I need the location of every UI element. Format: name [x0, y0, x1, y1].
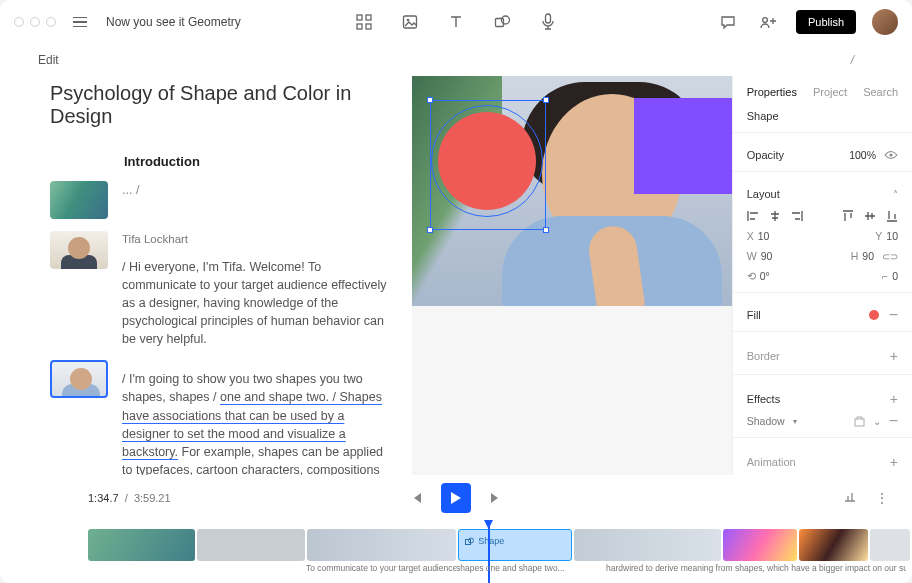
fill-label: Fill — [747, 309, 761, 321]
rotate-icon: ⟲ — [747, 270, 756, 282]
shape-circle-selected[interactable] — [438, 112, 536, 210]
effect-settings-icon[interactable] — [854, 416, 865, 427]
add-animation-icon[interactable]: + — [890, 454, 898, 470]
shape-section: Shape — [733, 108, 912, 132]
time-current: 1:34.7 — [88, 492, 119, 504]
section-heading: Introduction — [50, 154, 388, 169]
clip-thumb-selected[interactable] — [50, 360, 108, 398]
add-border-icon[interactable]: + — [890, 348, 898, 364]
timeline-settings-icon[interactable] — [843, 490, 857, 506]
y-input[interactable]: 10 — [886, 230, 898, 242]
remove-fill-icon[interactable]: − — [889, 311, 898, 319]
timeline-clip[interactable] — [870, 529, 910, 561]
timeline-clip[interactable] — [723, 529, 797, 561]
corner-input[interactable]: 0 — [892, 270, 898, 282]
tab-properties[interactable]: Properties — [747, 86, 797, 98]
timeline-clip[interactable] — [307, 529, 456, 561]
image-icon[interactable] — [398, 10, 422, 34]
tab-project[interactable]: Project — [813, 86, 847, 98]
chevron-up-icon[interactable]: ˄ — [893, 189, 898, 200]
slash-command-hint[interactable]: / — [851, 53, 854, 67]
traffic-max[interactable] — [46, 17, 56, 27]
layout-label: Layout — [747, 188, 780, 200]
edit-bar: Edit / — [0, 44, 912, 76]
speaker-name: Tifa Lockhart — [122, 231, 388, 248]
cursor-marker: ... / — [122, 183, 139, 197]
edit-label[interactable]: Edit — [38, 53, 59, 67]
layout-section: Layout ˄ X10 Y10 W90 — [733, 171, 912, 292]
canvas[interactable] — [412, 76, 732, 306]
align-left-icon[interactable] — [747, 210, 759, 222]
clip-thumb[interactable] — [50, 231, 108, 269]
menu-icon[interactable] — [68, 10, 92, 34]
timeline-clip-selected[interactable]: Shape — [458, 529, 571, 561]
svg-point-7 — [501, 16, 509, 24]
playhead[interactable] — [488, 521, 490, 583]
svg-point-5 — [407, 19, 410, 22]
traffic-min[interactable] — [30, 17, 40, 27]
script-block-2: Tifa Lockhart / Hi everyone, I'm Tifa. W… — [50, 231, 388, 348]
doc-title[interactable]: Now you see it Geometry — [106, 15, 241, 29]
traffic-close[interactable] — [14, 17, 24, 27]
effect-toggle-icon[interactable]: ⌄ — [873, 416, 881, 427]
chevron-down-icon[interactable]: ▾ — [793, 417, 797, 426]
timeline-clip[interactable] — [574, 529, 721, 561]
rotation-input[interactable]: 0° — [760, 270, 770, 282]
topbar: Now you see it Geometry — [0, 0, 912, 44]
tab-search[interactable]: Search — [863, 86, 898, 98]
share-icon[interactable] — [756, 10, 780, 34]
align-center-v-icon[interactable] — [864, 210, 876, 222]
timeline-clip[interactable] — [197, 529, 304, 561]
timeline[interactable]: Shape To communicate to your target audi… — [0, 521, 912, 583]
script-line[interactable]: / Hi everyone, I'm Tifa. Welcome! To com… — [122, 258, 388, 349]
app-window: Now you see it Geometry — [0, 0, 912, 583]
shape-label: Shape — [747, 110, 898, 122]
window-controls[interactable] — [14, 17, 56, 27]
add-effect-icon[interactable]: + — [890, 391, 898, 407]
publish-button[interactable]: Publish — [796, 10, 856, 34]
align-top-icon[interactable] — [842, 210, 854, 222]
x-input[interactable]: 10 — [758, 230, 770, 242]
svg-rect-12 — [466, 539, 471, 544]
align-center-h-icon[interactable] — [769, 210, 781, 222]
canvas-panel[interactable] — [412, 76, 732, 475]
align-right-icon[interactable] — [791, 210, 803, 222]
link-icon[interactable]: ⊂⊃ — [882, 251, 898, 262]
shadow-label[interactable]: Shadow — [747, 415, 785, 427]
timeline-captions: To communicate to your target audience..… — [88, 563, 912, 573]
timeline-clips: Shape — [88, 529, 912, 561]
visibility-icon[interactable] — [884, 150, 898, 160]
timeline-clip[interactable] — [88, 529, 195, 561]
comment-icon[interactable] — [716, 10, 740, 34]
play-button[interactable] — [441, 483, 471, 513]
inspector-panel: Properties Project Search Shape Opacity … — [732, 76, 912, 475]
align-bottom-icon[interactable] — [886, 210, 898, 222]
shape-tag: Shape — [465, 536, 504, 546]
h-input[interactable]: 90 — [862, 250, 874, 262]
script-block-1: ... / — [50, 181, 388, 219]
caption: shapes one and shape two... — [456, 563, 572, 573]
layout-grid-icon[interactable] — [352, 10, 376, 34]
svg-rect-11 — [855, 419, 864, 426]
script-line[interactable]: / I'm going to show you two shapes you t… — [122, 370, 388, 475]
mic-icon[interactable] — [536, 10, 560, 34]
shape-square[interactable] — [634, 98, 732, 194]
main: Psychology of Shape and Color in Design … — [0, 76, 912, 475]
caption: To communicate to your target audience..… — [306, 563, 456, 573]
effects-label: Effects — [747, 393, 780, 405]
w-input[interactable]: 90 — [761, 250, 773, 262]
skip-forward-icon[interactable] — [489, 491, 503, 505]
more-icon[interactable]: ⋮ — [875, 490, 890, 506]
svg-rect-1 — [366, 15, 371, 20]
avatar[interactable] — [872, 9, 898, 35]
opacity-value[interactable]: 100% — [849, 149, 876, 161]
timeline-clip[interactable] — [799, 529, 869, 561]
fill-swatch[interactable] — [869, 310, 879, 320]
skip-back-icon[interactable] — [409, 491, 423, 505]
remove-effect-icon[interactable]: − — [889, 417, 898, 425]
page-title: Psychology of Shape and Color in Design — [50, 82, 388, 128]
text-icon[interactable] — [444, 10, 468, 34]
shape-icon[interactable] — [490, 10, 514, 34]
border-section: Border + — [733, 331, 912, 374]
clip-thumb[interactable] — [50, 181, 108, 219]
